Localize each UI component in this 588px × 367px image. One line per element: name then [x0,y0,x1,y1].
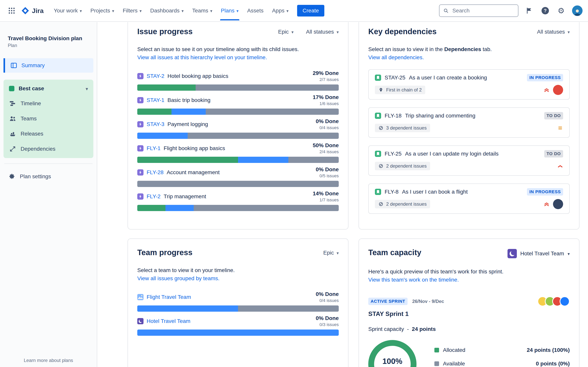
team-progress-bar[interactable] [137,330,339,336]
sidebar-item-label: Summary [21,62,45,68]
team-name-link[interactable]: Hotel Travel Team [147,318,190,324]
sidebar-item-label: Teams [21,116,36,122]
dependency-item[interactable]: STAY-25 As a user I can create a booking… [368,69,570,100]
view-all-dependencies-link[interactable]: View all dependencies. [368,53,570,62]
view-all-issues-link[interactable]: View all issues at this hierarchy level … [137,53,339,62]
dependencies-icon [9,146,16,152]
filter-value: All statuses [537,29,565,35]
plan-subtitle: Plan [3,42,93,48]
issue-key-link[interactable]: STAY-3 [147,121,164,127]
sidebar-item-releases[interactable]: Releases [4,126,93,141]
nav-item-your-work[interactable]: Your work [50,4,86,17]
done-percent: 29% Done [313,70,339,76]
sidebar-item-plan-settings[interactable]: Plan settings [3,169,93,184]
chip-label: First in chain of 2 [386,87,422,93]
search-input[interactable] [451,7,514,14]
legend-label: Available [443,361,465,367]
gear-icon [9,173,15,180]
issue-key-link[interactable]: STAY-2 [147,73,164,79]
dependency-item[interactable]: FLY-25 As a user I can update my login d… [368,145,570,176]
flag-icon [526,7,533,14]
issue-count: 1/6 issues [313,101,339,106]
scenario-selector[interactable]: Best case [4,81,93,96]
chip-label: 3 dependent issues [386,125,427,131]
done-percent: 17% Done [313,94,339,100]
sidebar-item-timeline[interactable]: Timeline [4,96,93,111]
chevron-down-icon [112,8,114,14]
chevron-down-icon [337,250,339,256]
issue-progress-bar[interactable] [137,84,339,91]
bar-done-segment [137,205,165,211]
app-switcher-button[interactable] [5,4,18,17]
issue-key-link[interactable]: FLY-1 [147,145,161,151]
issue-key: FLY-25 [385,151,402,157]
nav-item-teams[interactable]: Teams [188,4,216,17]
sidebar-item-summary[interactable]: Summary [3,58,93,73]
sidebar-item-teams[interactable]: Teams [4,111,93,126]
settings-button[interactable] [556,6,566,16]
card-title: Team capacity [368,248,421,257]
jira-logo[interactable]: Jira [21,6,44,15]
epic-icon [137,73,144,79]
timeline-icon [9,100,16,107]
dependent-issues-chip: 2 dependent issues [375,162,430,170]
notifications-button[interactable] [524,6,534,16]
status-filter-dropdown[interactable]: All statuses [537,29,570,35]
done-percent: 14% Done [313,191,339,197]
issue-key-link[interactable]: FLY-2 [147,193,161,200]
chevron-down-icon [568,29,570,35]
issue-summary: Basic trip booking [167,97,210,103]
issue-key-link[interactable]: FLY-28 [147,169,164,175]
learn-more-link[interactable]: Learn more about plans [0,358,97,363]
nav-item-plans[interactable]: Plans [217,4,242,17]
nav-item-dashboards[interactable]: Dashboards [147,4,188,17]
capacity-legend: Allocated 24 points (100%) Available 0 p… [434,340,570,367]
nav-item-assets[interactable]: Assets [243,4,267,17]
bar-inprogress-segment [137,305,238,312]
chevron-down-icon [236,8,239,14]
dependency-item[interactable]: FLY-18 Trip sharing and commenting TO DO… [368,107,570,138]
help-button[interactable] [540,6,550,16]
dependency-item[interactable]: FLY-8 As I user I can book a flight IN P… [368,184,570,214]
view-issues-by-team-link[interactable]: View all issues grouped by teams. [137,274,339,283]
issue-key-link[interactable]: STAY-1 [147,97,164,103]
create-button[interactable]: Create [297,5,324,17]
status-filter-dropdown[interactable]: All statuses [306,29,339,35]
nav-item-projects[interactable]: Projects [86,4,118,17]
search-icon [443,8,448,14]
team-name-link[interactable]: Flight Travel Team [147,294,191,300]
hierarchy-filter-dropdown[interactable]: Epic [323,250,339,256]
nav-label: Teams [192,8,208,14]
key-dependencies-card: Key dependencies All statuses Select an … [359,22,579,230]
epic-icon [137,193,144,200]
issue-key: FLY-18 [385,113,402,119]
issue-summary: Hotel booking app basics [167,73,228,79]
nav-item-filters[interactable]: Filters [119,4,146,17]
status-badge: TO DO [544,112,563,119]
team-progress-bar[interactable] [137,305,339,312]
user-avatar-button[interactable] [572,5,583,16]
nav-right-cluster [439,4,583,17]
hierarchy-filter-dropdown[interactable]: Epic [278,29,294,35]
view-team-work-link[interactable]: View this team's work on the timeline. [368,276,570,284]
dependency-icon [378,125,383,131]
sidebar-item-dependencies[interactable]: Dependencies [4,141,93,157]
bar-inprogress-segment [172,108,206,115]
team-selector-dropdown[interactable]: Hotel Travel Team [508,248,570,258]
issue-progress-bar[interactable] [137,181,339,187]
issue-progress-bar[interactable] [137,205,339,211]
sprint-name: STAY Sprint 1 [368,310,570,317]
issue-progress-bar[interactable] [137,157,339,163]
teams-icon [9,115,16,122]
status-badge: IN PROGRESS [527,74,563,81]
issue-progress-bar[interactable] [137,133,339,139]
status-badge: IN PROGRESS [527,188,563,196]
nav-label: Dashboards [150,8,180,14]
issue-progress-bar[interactable] [137,108,339,115]
issue-summary: Flight booking app basics [164,145,225,151]
done-percent: 50% Done [313,142,339,149]
search-box[interactable] [439,4,519,17]
nav-item-apps[interactable]: Apps [268,4,293,17]
sprint-member-avatars [537,296,570,306]
legend-row-allocated: Allocated 24 points (100%) [434,347,570,353]
